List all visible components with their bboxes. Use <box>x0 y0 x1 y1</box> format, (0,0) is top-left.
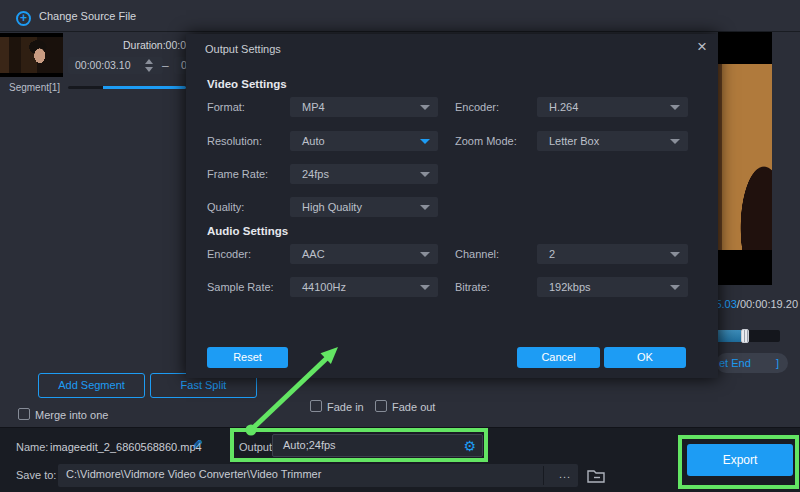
ok-button[interactable]: OK <box>604 347 686 368</box>
chevron-down-icon <box>670 139 680 144</box>
time-range-dash: – <box>162 59 169 73</box>
format-dropdown[interactable]: MP4 <box>290 97 438 117</box>
progress-handle[interactable] <box>741 329 749 343</box>
chevron-down-icon <box>670 252 680 257</box>
set-end-button[interactable]: et End ] <box>716 353 788 373</box>
field-divider <box>543 466 544 485</box>
chevron-down-icon <box>670 105 680 110</box>
sample-rate-value: 44100Hz <box>302 277 346 297</box>
bitrate-value: 192kbps <box>549 277 591 297</box>
video-encoder-value: H.264 <box>549 97 578 117</box>
set-end-label: et End <box>719 353 751 373</box>
dialog-title: Output Settings <box>205 43 281 55</box>
save-to-label: Save to: <box>16 469 56 481</box>
top-bar: + Change Source File <box>0 0 800 32</box>
output-settings-dialog: Output Settings × Video Settings Format:… <box>186 34 718 378</box>
save-to-path: C:\Vidmore\Vidmore Video Converter\Video… <box>66 468 321 480</box>
channel-value: 2 <box>549 244 555 264</box>
quality-label: Quality: <box>207 201 244 213</box>
chevron-down-icon <box>420 205 430 210</box>
segment-slider[interactable] <box>68 86 186 89</box>
name-label: Name: <box>16 441 48 453</box>
time-spinner[interactable] <box>145 59 155 72</box>
gear-icon[interactable]: ⚙ <box>463 438 476 454</box>
merge-into-one-label: Merge into one <box>35 409 108 421</box>
format-value: MP4 <box>302 97 325 117</box>
video-encoder-dropdown[interactable]: H.264 <box>537 97 688 117</box>
fade-out-checkbox[interactable] <box>375 400 387 412</box>
reset-button[interactable]: Reset <box>207 347 288 368</box>
add-source-plus-icon[interactable]: + <box>16 11 31 26</box>
export-button[interactable]: Export <box>687 444 793 476</box>
chevron-down-icon <box>420 285 430 290</box>
audio-encoder-value: AAC <box>302 244 325 264</box>
audio-settings-header: Audio Settings <box>207 225 288 237</box>
quality-dropdown[interactable]: High Quality <box>290 197 438 217</box>
channel-label: Channel: <box>455 248 499 260</box>
segment-thumbnail[interactable] <box>0 33 63 77</box>
zoom-mode-label: Zoom Mode: <box>455 135 517 147</box>
channel-dropdown[interactable]: 2 <box>537 244 688 264</box>
fade-in-checkbox[interactable] <box>310 400 322 412</box>
set-end-bracket-icon: ] <box>776 353 779 373</box>
format-label: Format: <box>207 101 245 113</box>
sample-rate-dropdown[interactable]: 44100Hz <box>290 277 438 297</box>
chevron-down-icon <box>670 285 680 290</box>
add-segment-button[interactable]: Add Segment <box>38 373 145 398</box>
sample-rate-label: Sample Rate: <box>207 281 274 293</box>
output-label: Output: <box>239 441 275 453</box>
change-source-file-button[interactable]: Change Source File <box>39 10 136 22</box>
video-settings-header: Video Settings <box>207 78 287 90</box>
resolution-dropdown[interactable]: Auto <box>290 131 438 151</box>
resolution-value: Auto <box>302 131 325 151</box>
chevron-down-icon <box>420 172 430 177</box>
video-preview-frame <box>718 64 772 250</box>
video-encoder-label: Encoder: <box>455 101 499 113</box>
frame-rate-value: 24fps <box>302 164 329 184</box>
chevron-down-icon <box>420 252 430 257</box>
segment-label: Segment[1] <box>9 82 60 93</box>
spinner-up-icon[interactable] <box>145 59 153 64</box>
audio-encoder-dropdown[interactable]: AAC <box>290 244 438 264</box>
save-to-field[interactable]: C:\Vidmore\Vidmore Video Converter\Video… <box>58 464 578 487</box>
thumbnail-image <box>0 37 63 73</box>
bitrate-dropdown[interactable]: 192kbps <box>537 277 688 297</box>
merge-into-one-checkbox[interactable] <box>18 408 30 420</box>
browse-button[interactable]: ... <box>552 464 578 484</box>
quality-value: High Quality <box>302 197 362 217</box>
total-time: /00:00:19.20 <box>737 298 798 310</box>
spinner-down-icon[interactable] <box>145 67 153 72</box>
cancel-button[interactable]: Cancel <box>517 347 600 368</box>
chevron-down-icon <box>420 139 430 144</box>
zoom-mode-value: Letter Box <box>549 131 599 151</box>
edit-name-pencil-icon[interactable]: ✎ <box>192 437 203 452</box>
frame-rate-label: Frame Rate: <box>207 168 268 180</box>
bitrate-label: Bitrate: <box>455 281 490 293</box>
file-name-value: imageedit_2_6860568860.mp4 <box>50 441 202 453</box>
output-profile-field[interactable]: Auto;24fps ⚙ <box>272 434 483 457</box>
output-profile-value: Auto;24fps <box>283 439 336 451</box>
duration-label: Duration:00:00 <box>123 39 192 51</box>
chevron-down-icon <box>420 105 430 110</box>
current-time: 5.03 <box>715 298 736 310</box>
audio-encoder-label: Encoder: <box>207 248 251 260</box>
frame-rate-dropdown[interactable]: 24fps <box>290 164 438 184</box>
open-folder-icon[interactable] <box>586 466 606 485</box>
app-window: + Change Source File Segment[1] Duration… <box>0 0 800 492</box>
close-icon[interactable]: × <box>697 38 707 56</box>
fade-in-label: Fade in <box>327 401 364 413</box>
resolution-label: Resolution: <box>207 135 262 147</box>
zoom-mode-dropdown[interactable]: Letter Box <box>537 131 688 151</box>
fade-out-label: Fade out <box>392 401 435 413</box>
